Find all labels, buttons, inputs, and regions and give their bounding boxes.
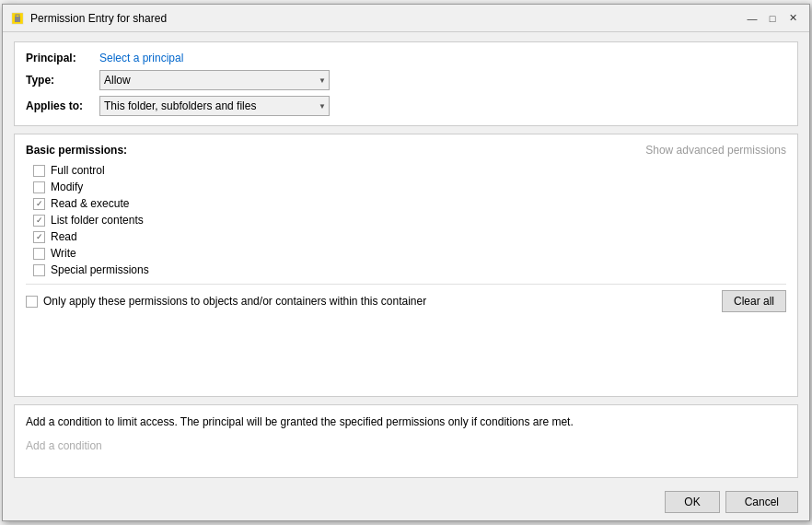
permissions-list: Full control Modify ✓ Read & execute ✓ L… <box>26 164 786 276</box>
perm-item-modify: Modify <box>33 181 786 193</box>
window-controls: — □ ✕ <box>743 9 802 28</box>
section-principal: Principal: Select a principal Type: Allo… <box>14 41 798 126</box>
add-condition-link[interactable]: Add a condition <box>26 439 102 452</box>
perm-checkbox-read-execute[interactable]: ✓ <box>33 198 45 210</box>
principal-label: Principal: <box>26 52 99 64</box>
perm-item-write: Write <box>33 247 786 260</box>
perm-checkbox-full-control[interactable] <box>33 165 45 177</box>
perm-checkbox-special[interactable] <box>33 264 45 276</box>
perm-label-read-execute: Read & execute <box>51 197 129 210</box>
perm-label-write: Write <box>51 247 76 260</box>
type-row: Type: Allow Deny ▼ <box>26 70 786 90</box>
perm-checkbox-modify[interactable] <box>33 181 45 193</box>
type-label: Type: <box>26 74 99 87</box>
permissions-header: Basic permissions: Show advanced permiss… <box>26 144 786 157</box>
maximize-button[interactable]: □ <box>763 9 782 28</box>
cancel-button[interactable]: Cancel <box>725 491 798 513</box>
perm-checkbox-write[interactable] <box>33 248 45 260</box>
perm-label-modify: Modify <box>51 181 83 193</box>
condition-description: Add a condition to limit access. The pri… <box>26 414 786 430</box>
applies-to-dropdown-wrapper: This folder, subfolders and files This f… <box>99 96 330 116</box>
permission-entry-dialog: Permission Entry for shared — □ ✕ Princi… <box>2 4 810 521</box>
perm-checkbox-read[interactable]: ✓ <box>33 231 45 243</box>
perm-item-special: Special permissions <box>33 263 786 276</box>
section-permissions: Basic permissions: Show advanced permiss… <box>14 134 798 397</box>
type-dropdown[interactable]: Allow Deny <box>99 70 330 90</box>
only-apply-label: Only apply these permissions to objects … <box>43 295 716 308</box>
title-bar: Permission Entry for shared — □ ✕ <box>3 5 809 32</box>
perm-label-full-control: Full control <box>51 164 105 177</box>
principal-row: Principal: Select a principal <box>26 52 786 64</box>
section-condition: Add a condition to limit access. The pri… <box>14 404 798 478</box>
dialog-footer: OK Cancel <box>3 485 809 520</box>
only-apply-row: Only apply these permissions to objects … <box>26 284 786 312</box>
basic-permissions-label: Basic permissions: <box>26 144 127 157</box>
dialog-title: Permission Entry for shared <box>30 12 743 25</box>
applies-to-dropdown[interactable]: This folder, subfolders and files This f… <box>99 96 330 116</box>
applies-to-label: Applies to: <box>26 99 99 112</box>
dialog-icon <box>10 11 25 26</box>
perm-label-list-folder: List folder contents <box>51 214 144 227</box>
close-button[interactable]: ✕ <box>783 9 802 28</box>
perm-item-read-execute: ✓ Read & execute <box>33 197 786 210</box>
only-apply-checkbox[interactable] <box>26 296 38 308</box>
minimize-button[interactable]: — <box>743 9 761 28</box>
applies-to-row: Applies to: This folder, subfolders and … <box>26 96 786 116</box>
perm-item-list-folder: ✓ List folder contents <box>33 214 786 227</box>
select-principal-link[interactable]: Select a principal <box>99 52 183 64</box>
perm-label-read: Read <box>51 230 77 243</box>
type-dropdown-wrapper: Allow Deny ▼ <box>99 70 330 90</box>
ok-button[interactable]: OK <box>665 491 719 513</box>
dialog-body: Principal: Select a principal Type: Allo… <box>3 32 809 485</box>
perm-item-read: ✓ Read <box>33 230 786 243</box>
show-advanced-link[interactable]: Show advanced permissions <box>645 144 786 157</box>
perm-item-full-control: Full control <box>33 164 786 177</box>
clear-all-button[interactable]: Clear all <box>722 290 786 312</box>
perm-checkbox-list-folder[interactable]: ✓ <box>33 215 45 227</box>
perm-label-special: Special permissions <box>51 263 149 276</box>
